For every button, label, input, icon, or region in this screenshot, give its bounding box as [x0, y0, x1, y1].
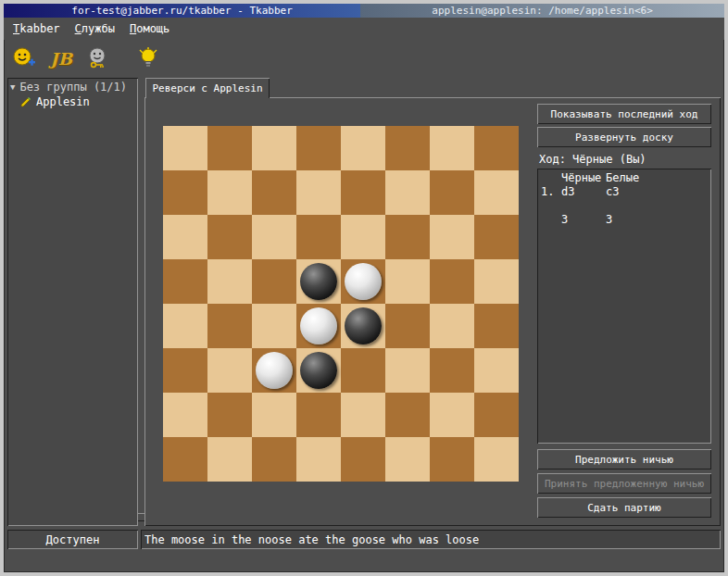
roster-contact-applesin[interactable]: Applesin: [7, 94, 138, 108]
window-title[interactable]: for-test@jabber.ru/tkabber - Tkabber: [4, 4, 360, 18]
resign-button[interactable]: Сдать партию: [537, 497, 711, 518]
offer-draw-button[interactable]: Предложить ничью: [537, 449, 711, 470]
menubar: Tkabber Службы Помощь: [4, 18, 724, 40]
board-cell-7-7[interactable]: [474, 437, 519, 482]
board-cell-2-1[interactable]: [207, 215, 252, 259]
board-cell-1-2[interactable]: [252, 170, 296, 215]
white-disc: [345, 263, 382, 300]
board-cell-7-0[interactable]: [163, 437, 207, 482]
presence-status-label: Доступен: [46, 533, 100, 546]
board-cell-2-7[interactable]: [474, 215, 519, 259]
score-row: 3 3: [537, 213, 711, 227]
move-list-rows: 1.d3c3: [537, 185, 711, 199]
board-cell-2-6[interactable]: [430, 215, 474, 259]
reversi-board: [163, 126, 519, 482]
board-cell-7-3[interactable]: [296, 437, 341, 482]
background-window-title[interactable]: applesin@applesin: /home/applesin<6>: [360, 4, 724, 18]
menu-help[interactable]: Помощь: [130, 22, 169, 35]
board-cell-2-3[interactable]: [296, 215, 341, 259]
board-cell-4-6[interactable]: [430, 304, 474, 348]
board-cell-1-6[interactable]: [430, 170, 474, 215]
chat-input[interactable]: [141, 530, 721, 549]
tab-label: Реверси с Applesin: [152, 82, 262, 94]
board-cell-1-5[interactable]: [385, 170, 430, 215]
board-cell-6-3[interactable]: [296, 393, 341, 437]
smiley-keys-icon[interactable]: [85, 45, 111, 71]
board-cell-3-0[interactable]: [163, 259, 207, 304]
board-cell-6-6[interactable]: [430, 393, 474, 437]
jb-logo-icon[interactable]: JB: [48, 45, 74, 71]
board-cell-0-0[interactable]: [163, 126, 207, 170]
white-disc: [300, 307, 337, 344]
board-cell-5-0[interactable]: [163, 348, 207, 393]
roster-group-label: Без группы (1/1): [19, 81, 127, 94]
board-cell-0-2[interactable]: [252, 126, 296, 170]
presence-status[interactable]: Доступен: [7, 530, 138, 549]
board-cell-6-7[interactable]: [474, 393, 519, 437]
board-cell-0-1[interactable]: [207, 126, 252, 170]
board-cell-3-5[interactable]: [385, 259, 430, 304]
board-cell-0-3[interactable]: [296, 126, 341, 170]
accept-draw-button[interactable]: Принять предложенную ничью: [537, 473, 711, 494]
header-white: Белые: [606, 171, 711, 185]
board-cell-5-6[interactable]: [430, 348, 474, 393]
board-cell-4-7[interactable]: [474, 304, 519, 348]
board-cell-4-5[interactable]: [385, 304, 430, 348]
game-pane: Показывать последний ход Развернуть доск…: [144, 97, 721, 526]
board-cell-1-0[interactable]: [163, 170, 207, 215]
black-disc: [300, 352, 337, 389]
board-cell-5-7[interactable]: [474, 348, 519, 393]
black-disc: [300, 263, 337, 300]
titlebar[interactable]: for-test@jabber.ru/tkabber - Tkabber app…: [4, 4, 724, 18]
show-last-move-button[interactable]: Показывать последний ход: [537, 104, 711, 124]
board-cell-3-6[interactable]: [430, 259, 474, 304]
flip-board-button[interactable]: Развернуть доску: [537, 127, 711, 147]
board-cell-1-1[interactable]: [207, 170, 252, 215]
header-black: Чёрные: [561, 171, 606, 185]
black-disc: [345, 307, 382, 344]
board-cell-2-2[interactable]: [252, 215, 296, 259]
board-cell-7-2[interactable]: [252, 437, 296, 482]
white-disc: [256, 352, 293, 389]
board-cell-6-4[interactable]: [341, 393, 385, 437]
board-cell-6-1[interactable]: [207, 393, 252, 437]
chevron-down-icon[interactable]: ▼: [10, 82, 15, 92]
board-cell-3-7[interactable]: [474, 259, 519, 304]
board-cell-1-4[interactable]: [341, 170, 385, 215]
move-cell-n: 1.: [541, 185, 561, 199]
board-cell-3-1[interactable]: [207, 259, 252, 304]
menu-services[interactable]: Службы: [75, 22, 115, 35]
tab-reversi[interactable]: Реверси с Applesin: [145, 78, 270, 98]
move-row[interactable]: 1.d3c3: [537, 185, 711, 199]
board-cell-6-5[interactable]: [385, 393, 430, 437]
board-cell-2-0[interactable]: [163, 215, 207, 259]
board-cell-4-0[interactable]: [163, 304, 207, 348]
board-cell-7-1[interactable]: [207, 437, 252, 482]
move-list[interactable]: Чёрные Белые 1.d3c3 3 3: [537, 169, 711, 444]
board-cell-6-2[interactable]: [252, 393, 296, 437]
lamp-icon[interactable]: [135, 45, 161, 71]
board-cell-7-6[interactable]: [430, 437, 474, 482]
board-cell-1-3[interactable]: [296, 170, 341, 215]
board-cell-2-5[interactable]: [385, 215, 430, 259]
smiley-plus-icon[interactable]: [11, 45, 37, 71]
board-cell-5-5[interactable]: [385, 348, 430, 393]
roster-group-header[interactable]: ▼ Без группы (1/1): [7, 78, 138, 94]
board-cell-5-1[interactable]: [207, 348, 252, 393]
board-cell-0-7[interactable]: [474, 126, 519, 170]
board-cell-7-5[interactable]: [385, 437, 430, 482]
board-cell-0-5[interactable]: [385, 126, 430, 170]
board-cell-3-2[interactable]: [252, 259, 296, 304]
board-cell-4-1[interactable]: [207, 304, 252, 348]
board-cell-7-4[interactable]: [341, 437, 385, 482]
board-cell-4-2[interactable]: [252, 304, 296, 348]
board-cell-0-6[interactable]: [430, 126, 474, 170]
board-cell-2-4[interactable]: [341, 215, 385, 259]
board-cell-1-7[interactable]: [474, 170, 519, 215]
turn-label: Ход: Чёрные (Вы): [539, 153, 646, 166]
board-cell-5-4[interactable]: [341, 348, 385, 393]
menu-tkabber[interactable]: Tkabber: [13, 22, 60, 35]
sash-divider[interactable]: [139, 78, 144, 526]
board-cell-0-4[interactable]: [341, 126, 385, 170]
board-cell-6-0[interactable]: [163, 393, 207, 437]
